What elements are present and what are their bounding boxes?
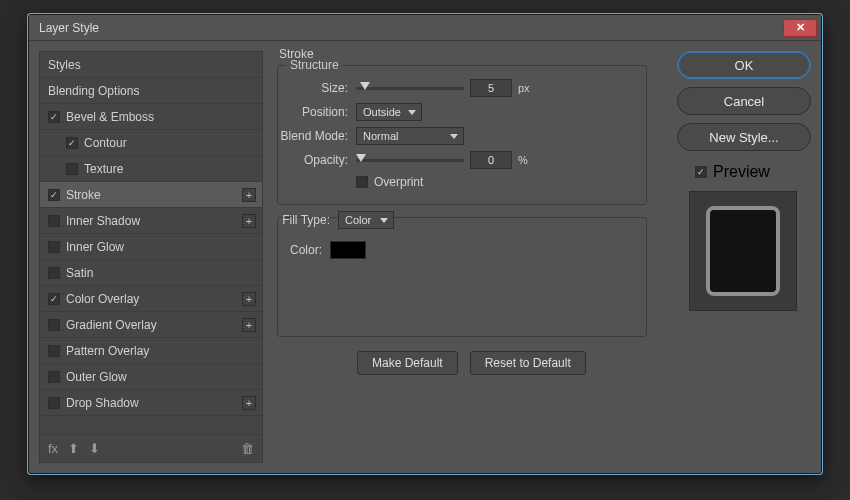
blendmode-label: Blend Mode: xyxy=(278,129,356,143)
sidebar-item-label: Stroke xyxy=(66,188,101,202)
color-label: Color: xyxy=(278,243,330,257)
add-effect-icon[interactable]: + xyxy=(242,188,256,202)
sidebar-item-inner-glow[interactable]: Inner Glow xyxy=(40,234,262,260)
stroke-panel: Stroke Structure Size: px Position: Outs… xyxy=(273,51,667,463)
position-label: Position: xyxy=(278,105,356,119)
effect-checkbox[interactable] xyxy=(48,241,60,253)
fx-icon[interactable]: fx xyxy=(48,441,58,456)
add-effect-icon[interactable]: + xyxy=(242,396,256,410)
sidebar-item-label: Satin xyxy=(66,266,93,280)
reset-default-button[interactable]: Reset to Default xyxy=(470,351,586,375)
add-effect-icon[interactable]: + xyxy=(242,292,256,306)
trash-icon[interactable]: 🗑 xyxy=(241,441,254,456)
add-effect-icon[interactable]: + xyxy=(242,214,256,228)
preview-box xyxy=(689,191,797,311)
sidebar-item-outer-glow[interactable]: Outer Glow xyxy=(40,364,262,390)
titlebar: Layer Style ✕ xyxy=(29,15,821,41)
sidebar-item-contour[interactable]: Contour xyxy=(40,130,262,156)
structure-label: Structure xyxy=(286,58,343,72)
preview-label: Preview xyxy=(713,163,770,181)
sidebar-item-label: Bevel & Emboss xyxy=(66,110,154,124)
preview-thumbnail xyxy=(706,206,780,296)
sidebar-footer: fx ⬆ ⬇ 🗑 xyxy=(40,434,262,462)
color-swatch[interactable] xyxy=(330,241,366,259)
sidebar-item-styles[interactable]: Styles xyxy=(40,52,262,78)
opacity-input[interactable] xyxy=(470,151,512,169)
blendmode-dropdown[interactable]: Normal xyxy=(356,127,464,145)
size-slider-thumb[interactable] xyxy=(360,82,370,90)
overprint-checkbox[interactable] xyxy=(356,176,368,188)
sidebar-item-label: Texture xyxy=(84,162,123,176)
position-dropdown[interactable]: Outside xyxy=(356,103,422,121)
effect-checkbox[interactable] xyxy=(48,189,60,201)
sidebar-item-drop-shadow[interactable]: Drop Shadow+ xyxy=(40,390,262,416)
effect-checkbox[interactable] xyxy=(48,319,60,331)
effect-checkbox[interactable] xyxy=(48,215,60,227)
effect-checkbox[interactable] xyxy=(48,397,60,409)
effect-checkbox[interactable] xyxy=(48,345,60,357)
sidebar-item-label: Blending Options xyxy=(48,84,139,98)
sidebar-item-blending-options[interactable]: Blending Options xyxy=(40,78,262,104)
sidebar-item-label: Outer Glow xyxy=(66,370,127,384)
sidebar-item-gradient-overlay[interactable]: Gradient Overlay+ xyxy=(40,312,262,338)
sidebar-item-label: Color Overlay xyxy=(66,292,139,306)
size-slider[interactable] xyxy=(356,87,464,90)
effect-checkbox[interactable] xyxy=(48,293,60,305)
filltype-label: Fill Type: xyxy=(278,213,338,227)
sidebar-item-label: Inner Glow xyxy=(66,240,124,254)
sidebar-item-texture[interactable]: Texture xyxy=(40,156,262,182)
effect-checkbox[interactable] xyxy=(48,371,60,383)
sidebar-item-label: Styles xyxy=(48,58,81,72)
cancel-button[interactable]: Cancel xyxy=(677,87,811,115)
sidebar-item-bevel-emboss[interactable]: Bevel & Emboss xyxy=(40,104,262,130)
layer-style-dialog: Layer Style ✕ StylesBlending OptionsBeve… xyxy=(28,14,822,474)
overprint-label: Overprint xyxy=(374,175,423,189)
make-default-button[interactable]: Make Default xyxy=(357,351,458,375)
sidebar-item-label: Pattern Overlay xyxy=(66,344,149,358)
sidebar-item-label: Contour xyxy=(84,136,127,150)
size-unit: px xyxy=(518,82,530,94)
opacity-unit: % xyxy=(518,154,528,166)
dialog-buttons: OK Cancel New Style... Preview xyxy=(677,51,811,463)
sidebar-item-label: Inner Shadow xyxy=(66,214,140,228)
sidebar-item-stroke[interactable]: Stroke+ xyxy=(40,182,262,208)
fill-group: Fill Type: Color Color: xyxy=(277,217,647,337)
opacity-label: Opacity: xyxy=(278,153,356,167)
sidebar-item-label: Drop Shadow xyxy=(66,396,139,410)
sidebar-item-pattern-overlay[interactable]: Pattern Overlay xyxy=(40,338,262,364)
move-up-icon[interactable]: ⬆ xyxy=(68,441,79,456)
move-down-icon[interactable]: ⬇ xyxy=(89,441,100,456)
effect-checkbox[interactable] xyxy=(48,267,60,279)
sidebar-item-label: Gradient Overlay xyxy=(66,318,157,332)
window-title: Layer Style xyxy=(39,21,99,35)
preview-checkbox[interactable] xyxy=(695,166,707,178)
add-effect-icon[interactable]: + xyxy=(242,318,256,332)
new-style-button[interactable]: New Style... xyxy=(677,123,811,151)
sidebar-item-inner-shadow[interactable]: Inner Shadow+ xyxy=(40,208,262,234)
filltype-dropdown[interactable]: Color xyxy=(338,211,394,229)
effect-checkbox[interactable] xyxy=(48,111,60,123)
ok-button[interactable]: OK xyxy=(677,51,811,79)
structure-group: Structure Size: px Position: Outside Ble… xyxy=(277,65,647,205)
effects-sidebar: StylesBlending OptionsBevel & EmbossCont… xyxy=(39,51,263,463)
size-input[interactable] xyxy=(470,79,512,97)
sidebar-item-color-overlay[interactable]: Color Overlay+ xyxy=(40,286,262,312)
size-label: Size: xyxy=(278,81,356,95)
sidebar-item-satin[interactable]: Satin xyxy=(40,260,262,286)
opacity-slider-thumb[interactable] xyxy=(356,154,366,162)
close-button[interactable]: ✕ xyxy=(783,19,817,37)
effect-checkbox[interactable] xyxy=(66,163,78,175)
opacity-slider[interactable] xyxy=(356,159,464,162)
effect-checkbox[interactable] xyxy=(66,137,78,149)
